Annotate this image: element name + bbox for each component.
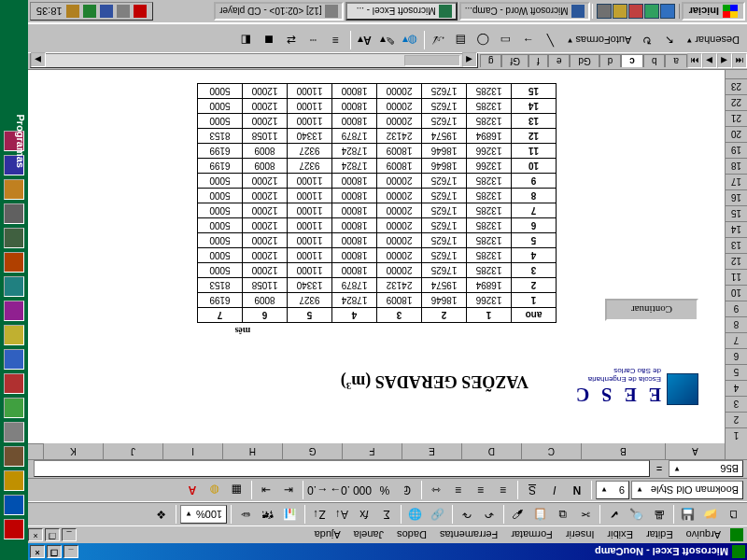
office-bar-icon[interactable] xyxy=(4,301,24,321)
tab-prev-icon[interactable]: ◀ xyxy=(717,54,732,69)
office-bar-icon[interactable] xyxy=(4,398,24,418)
oval-icon[interactable]: ◯ xyxy=(473,31,494,51)
quick-launch-icon[interactable] xyxy=(644,4,659,19)
sheet-tab[interactable]: a xyxy=(665,55,687,68)
font-size-combo[interactable]: 9 ▼ xyxy=(596,481,629,499)
sheet-tab[interactable]: b xyxy=(643,55,666,68)
select-objects-icon[interactable]: ↖ xyxy=(659,31,680,51)
row-header[interactable]: 20 xyxy=(726,126,747,142)
fill-color-icon[interactable]: ◍ xyxy=(204,480,225,500)
sheet-tab[interactable]: e xyxy=(548,55,571,68)
quick-launch-icon[interactable] xyxy=(613,4,627,19)
increase-indent-icon[interactable]: ⇥ xyxy=(256,480,276,500)
arrow-icon[interactable]: → xyxy=(518,31,539,51)
chart-wizard-icon[interactable]: 📊 xyxy=(280,504,301,525)
font-color-draw-icon[interactable]: A▾ xyxy=(355,31,375,51)
font-combo[interactable]: Bookman Old Style ▼ xyxy=(631,481,743,499)
row-header[interactable]: 18 xyxy=(726,158,747,174)
bold-icon[interactable]: N xyxy=(567,480,587,500)
row-header[interactable]: 10 xyxy=(726,285,747,301)
undo-icon[interactable]: ↶ xyxy=(479,504,500,525)
line-color-icon[interactable]: ✎▾ xyxy=(377,31,398,51)
menu-formatar[interactable]: Formatar xyxy=(505,527,558,542)
office-bar-icon[interactable] xyxy=(4,422,24,442)
font-color-icon[interactable]: A xyxy=(182,480,203,500)
align-center-icon[interactable]: ≡ xyxy=(471,480,491,500)
office-bar-icon[interactable] xyxy=(4,349,24,370)
sheet-tab[interactable]: f xyxy=(529,55,548,68)
row-header[interactable]: 1 xyxy=(726,427,747,443)
align-right-icon[interactable]: ≡ xyxy=(448,480,469,500)
office-bar-icon[interactable] xyxy=(4,470,24,491)
sort-desc-icon[interactable]: Z↓ xyxy=(309,504,330,525)
percent-icon[interactable]: % xyxy=(374,480,395,500)
row-header[interactable]: 22 xyxy=(726,94,747,110)
row-header[interactable]: 7 xyxy=(726,332,747,348)
wordart-icon[interactable]: 𝒜 xyxy=(429,31,449,51)
tab-first-icon[interactable]: ⏮ xyxy=(732,54,747,69)
doc-control-icon[interactable] xyxy=(730,528,743,541)
paste-icon[interactable]: 📋 xyxy=(530,504,551,525)
row-header[interactable]: 2 xyxy=(726,412,747,427)
office-bar-icon[interactable] xyxy=(4,276,24,297)
horizontal-scrollbar[interactable]: ◀ ▶ xyxy=(30,54,478,69)
print-preview-icon[interactable]: 🔍 xyxy=(627,504,647,525)
taskbar-button[interactable]: Microsoft Word - Camp... xyxy=(459,2,590,21)
menu-dados[interactable]: Dados xyxy=(391,527,432,542)
select-all-corner[interactable] xyxy=(725,443,747,459)
dash-style-icon[interactable]: ┄ xyxy=(303,31,324,51)
taskbar-button[interactable]: [12] <02:10> - CD player xyxy=(214,2,344,21)
menu-ferramentas[interactable]: Ferramentas xyxy=(434,527,503,542)
doc-restore-button[interactable]: ❐ xyxy=(45,528,60,541)
sort-asc-icon[interactable]: A↓ xyxy=(331,504,352,525)
autosum-icon[interactable]: Σ xyxy=(376,504,397,525)
menu-arquivo[interactable]: Arquivo xyxy=(681,527,726,542)
italic-icon[interactable]: I xyxy=(544,480,565,500)
textbox-icon[interactable]: ▤ xyxy=(451,31,472,51)
rectangle-icon[interactable]: ▭ xyxy=(496,31,516,51)
zoom-combo[interactable]: 100% ▼ xyxy=(180,505,227,524)
col-header[interactable]: A xyxy=(665,443,725,459)
desenhar-menu[interactable]: Desenhar ▼ xyxy=(682,34,743,49)
office-bar-icon[interactable] xyxy=(4,519,24,539)
sheet-tab[interactable]: Gf xyxy=(502,55,529,68)
menu-inserir[interactable]: Inserir xyxy=(560,527,600,542)
office-bar-icon[interactable] xyxy=(4,495,24,515)
quick-launch-icon[interactable] xyxy=(597,4,612,19)
sheet-tab[interactable]: c xyxy=(621,55,643,68)
row-header[interactable]: 6 xyxy=(726,348,747,364)
menu-exibir[interactable]: Exibir xyxy=(601,527,639,542)
tab-next-icon[interactable]: ▶ xyxy=(702,54,717,69)
row-header[interactable]: 14 xyxy=(726,221,747,237)
print-icon[interactable]: 🖶 xyxy=(649,504,669,525)
office-bar-icon[interactable] xyxy=(4,325,24,345)
office-bar-icon[interactable] xyxy=(4,228,24,248)
doc-minimize-button[interactable]: _ xyxy=(62,528,77,541)
name-box[interactable]: B56 ▼ xyxy=(669,461,743,478)
row-header[interactable]: 12 xyxy=(726,253,747,269)
col-header[interactable]: C xyxy=(521,443,581,459)
threed-icon[interactable]: ◧ xyxy=(236,31,257,51)
increase-decimal-icon[interactable]: .0→ xyxy=(330,480,350,500)
col-header[interactable]: J xyxy=(103,443,162,459)
map-icon[interactable]: 🗺 xyxy=(258,504,278,525)
menu-editar[interactable]: Editar xyxy=(641,527,679,542)
scroll-left-icon[interactable]: ◀ xyxy=(462,53,477,68)
scroll-thumb[interactable] xyxy=(404,56,460,67)
redo-icon[interactable]: ↷ xyxy=(457,504,477,525)
line-style-icon[interactable]: ≡ xyxy=(326,31,346,51)
row-header[interactable]: 4 xyxy=(726,380,747,396)
tab-last-icon[interactable]: ⏭ xyxy=(687,54,702,69)
continuar-button[interactable]: Continuar xyxy=(605,299,698,321)
row-header[interactable]: 13 xyxy=(726,237,747,253)
row-header[interactable]: 11 xyxy=(726,269,747,285)
new-icon[interactable]: 🗋 xyxy=(723,504,743,525)
start-button[interactable]: Iniciar xyxy=(682,2,745,21)
menu-ajuda[interactable]: Ajuda xyxy=(309,527,346,542)
quick-launch-icon[interactable] xyxy=(660,4,675,19)
row-header[interactable]: 23 xyxy=(726,78,747,94)
tray-icon[interactable] xyxy=(134,5,147,18)
currency-icon[interactable]: ₢ xyxy=(397,480,417,500)
col-header[interactable]: K xyxy=(43,443,103,459)
sheet-tab[interactable]: g xyxy=(480,55,502,68)
